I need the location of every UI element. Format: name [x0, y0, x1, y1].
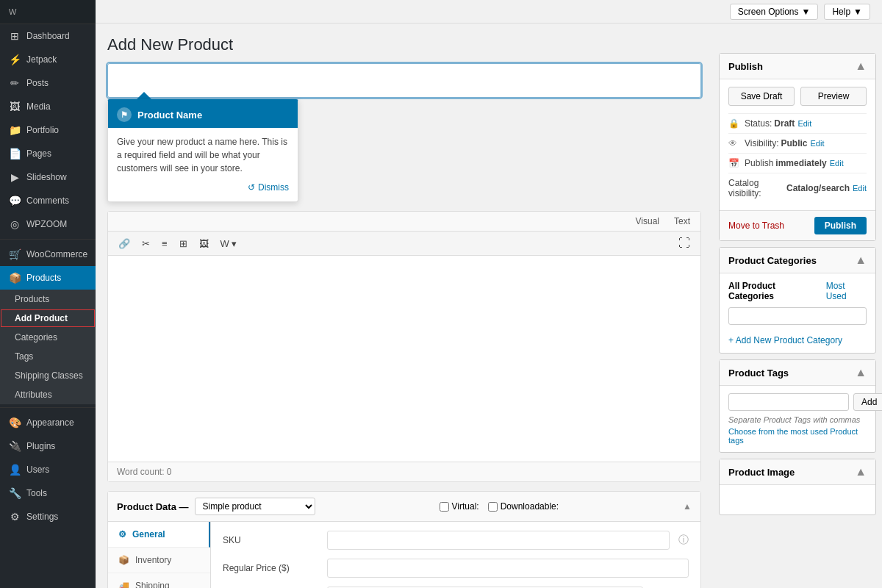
screen-options-button[interactable]: Screen Options ▼: [730, 4, 819, 20]
virtual-checkbox-label[interactable]: Virtual:: [440, 501, 479, 512]
sidebar-item-portfolio[interactable]: 📁 Portfolio: [0, 118, 96, 142]
toolbar-image-btn[interactable]: 🖼: [195, 236, 213, 251]
help-arrow: ▼: [853, 7, 862, 17]
product-type-select[interactable]: Simple product Grouped product External/…: [195, 498, 315, 515]
sidebar-item-plugins[interactable]: 🔌 Plugins: [0, 434, 96, 458]
sidebar-item-jetpack[interactable]: ⚡ Jetpack: [0, 48, 96, 71]
product-tab-general[interactable]: ⚙ General: [108, 522, 210, 548]
product-image-metabox-header[interactable]: Product Image ▲: [720, 459, 875, 485]
tab-text[interactable]: Text: [670, 215, 695, 228]
main-area: Screen Options ▼ Help ▼ Add New Product …: [96, 0, 882, 588]
sidebar-label-settings: Settings: [26, 512, 58, 522]
slideshow-icon: ▶: [9, 171, 21, 183]
toolbar-unlink-btn[interactable]: ✂: [137, 236, 154, 251]
catalog-edit-link[interactable]: Edit: [853, 184, 867, 193]
help-button[interactable]: Help ▼: [824, 4, 870, 20]
sidebar-item-woocommerce[interactable]: 🛒 WooCommerce: [0, 243, 96, 266]
sidebar-item-wpzoom[interactable]: ◎ WPZOOM: [0, 212, 96, 236]
downloadable-checkbox-label[interactable]: Downloadable:: [488, 501, 559, 512]
sidebar-item-dashboard[interactable]: ⊞ Dashboard: [0, 24, 96, 48]
move-to-trash-button[interactable]: Move to Trash: [728, 220, 784, 231]
sidebar-item-tags[interactable]: Tags: [0, 347, 96, 366]
cat-most-used-link[interactable]: Most Used: [826, 281, 867, 301]
publish-footer: Move to Trash Publish: [720, 210, 875, 240]
sidebar-label-pages: Pages: [26, 148, 51, 159]
tooltip-dismiss-button[interactable]: ↺ Dismiss: [117, 182, 289, 193]
sidebar-divider: [0, 239, 96, 240]
sidebar-item-products[interactable]: 📦 Products: [0, 266, 96, 290]
sidebar-label-portfolio: Portfolio: [26, 125, 59, 135]
general-icon: ⚙: [118, 529, 126, 539]
sidebar-item-comments[interactable]: 💬 Comments: [0, 189, 96, 212]
categories-metabox-header[interactable]: Product Categories ▲: [720, 248, 875, 273]
save-draft-button[interactable]: Save Draft: [728, 87, 795, 106]
sidebar-item-settings[interactable]: ⚙ Settings: [0, 505, 96, 528]
regular-price-input[interactable]: [327, 559, 689, 578]
sidebar-item-users[interactable]: 👤 Users: [0, 458, 96, 481]
editor-tabs: Visual Text: [108, 212, 700, 232]
sidebar-item-media[interactable]: 🖼 Media: [0, 95, 96, 118]
product-data-tabs: ⚙ General 📦 Inventory 🚚 Shipping: [108, 522, 211, 588]
publish-date-edit-link[interactable]: Edit: [830, 159, 844, 168]
categories-metabox-body: All Product Categories Most Used + Add N…: [720, 273, 875, 353]
add-new-category-link[interactable]: + Add New Product Category: [728, 335, 867, 345]
sidebar-item-pages[interactable]: 📄 Pages: [0, 142, 96, 165]
tag-add-button[interactable]: Add: [853, 393, 882, 411]
status-edit-link[interactable]: Edit: [797, 119, 811, 128]
product-image-collapse-icon[interactable]: ▲: [855, 465, 867, 478]
users-icon: 👤: [9, 464, 21, 476]
product-data-section: Product Data — Simple product Grouped pr…: [107, 491, 701, 588]
sidebar-item-slideshow[interactable]: ▶ Slideshow: [0, 165, 96, 189]
sidebar-item-appearance[interactable]: 🎨 Appearance: [0, 411, 96, 434]
sidebar-item-categories[interactable]: Categories: [0, 328, 96, 347]
toolbar-expand-btn[interactable]: ⛶: [674, 234, 695, 252]
publish-metabox-header[interactable]: Publish ▲: [720, 54, 875, 79]
status-value: Draft: [774, 118, 795, 129]
tag-choose-link[interactable]: Choose from the most used Product tags: [728, 427, 867, 445]
publish-visibility-row: 👁 Visibility: Public Edit: [728, 133, 867, 153]
settings-icon: ⚙: [9, 511, 21, 523]
sidebar-item-posts[interactable]: ✏ Posts: [0, 71, 96, 95]
toolbar-grid-btn[interactable]: ⊞: [175, 236, 192, 251]
sidebar-item-shipping-classes[interactable]: Shipping Classes: [0, 366, 96, 385]
sidebar-item-attributes[interactable]: Attributes: [0, 385, 96, 404]
sidebar-label-wpzoom: WPZOOM: [26, 219, 67, 229]
sidebar-label-users: Users: [26, 465, 49, 475]
publish-button[interactable]: Publish: [814, 217, 867, 234]
status-icon: 🔒: [728, 118, 740, 129]
tags-collapse-icon[interactable]: ▲: [855, 366, 867, 379]
toolbar-link-btn[interactable]: 🔗: [114, 236, 135, 251]
cat-all-link[interactable]: All Product Categories: [728, 281, 820, 301]
sku-help-icon[interactable]: ⓘ: [678, 534, 689, 547]
publish-collapse-icon[interactable]: ▲: [855, 60, 867, 73]
virtual-checkbox[interactable]: [440, 502, 449, 512]
editor-body[interactable]: [108, 256, 700, 462]
regular-price-label: Regular Price ($): [223, 563, 318, 573]
product-tab-inventory[interactable]: 📦 Inventory: [108, 548, 210, 573]
visibility-edit-link[interactable]: Edit: [810, 139, 824, 148]
tag-input[interactable]: [728, 393, 849, 411]
category-search-input[interactable]: [728, 307, 867, 325]
toolbar-list-btn[interactable]: ≡: [157, 236, 172, 251]
tab-visual[interactable]: Visual: [631, 215, 664, 228]
sku-input[interactable]: [327, 531, 670, 550]
sidebar-item-add-product[interactable]: Add Product: [0, 309, 96, 328]
publish-actions: Save Draft Preview: [728, 87, 867, 106]
dismiss-circle: ↺: [248, 182, 255, 193]
product-tab-shipping[interactable]: 🚚 Shipping: [108, 573, 210, 588]
tags-metabox-header[interactable]: Product Tags ▲: [720, 360, 875, 386]
preview-button[interactable]: Preview: [800, 87, 867, 106]
toolbar-w-btn[interactable]: W ▾: [216, 236, 242, 251]
sidebar-label-slideshow: Slideshow: [26, 172, 67, 182]
product-name-input[interactable]: [107, 63, 701, 98]
tools-icon: 🔧: [9, 487, 21, 499]
sidebar-label-appearance: Appearance: [26, 417, 74, 428]
downloadable-checkbox[interactable]: [488, 502, 498, 512]
sidebar-item-tools[interactable]: 🔧 Tools: [0, 481, 96, 505]
sidebar-item-products-list[interactable]: Products: [0, 290, 96, 309]
sidebar-label-jetpack: Jetpack: [26, 54, 57, 65]
sidebar-divider-2: [0, 407, 96, 408]
product-data-collapse-icon[interactable]: ▲: [683, 501, 692, 512]
jetpack-icon: ⚡: [9, 54, 21, 65]
categories-collapse-icon[interactable]: ▲: [855, 254, 867, 267]
